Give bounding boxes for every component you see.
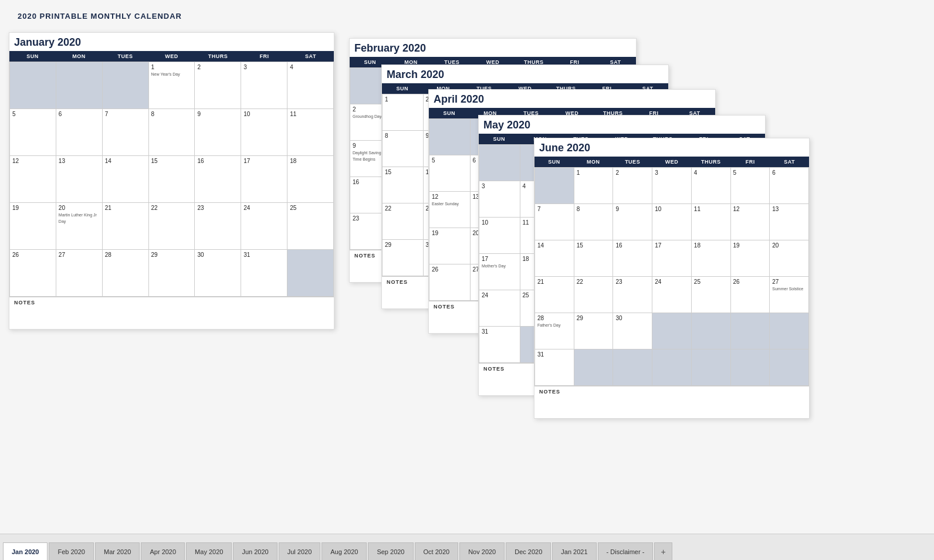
cal-cell: 7 <box>535 204 574 240</box>
cal-cell: 9 <box>195 109 241 156</box>
cal-cell <box>731 349 770 386</box>
calendar-january: January 2020 SUN MON TUES WED THURS FRI … <box>9 32 334 330</box>
june-title: June 2020 <box>534 138 809 157</box>
cal-cell: 2 <box>195 62 241 109</box>
cal-cell <box>770 313 809 349</box>
june-header: SUN MON TUES WED THURS FRI SAT <box>534 157 809 167</box>
cal-cell: 19 <box>731 240 770 277</box>
tab-bar: Jan 2020 Feb 2020 Mar 2020 Apr 2020 May … <box>0 534 934 560</box>
cal-cell: 3 <box>479 181 520 218</box>
cal-cell: 15 <box>574 240 614 277</box>
cal-cell: 6 <box>770 168 809 204</box>
cal-cell <box>10 62 56 109</box>
february-title: February 2020 <box>350 39 636 57</box>
cal-cell: 22 <box>383 203 424 240</box>
cal-cell: 20 <box>770 240 809 277</box>
page-title: 2020 PRINTABLE MONTHLY CALENDAR <box>18 12 916 21</box>
cal-cell: 2 <box>613 168 652 204</box>
cal-cell: 26 <box>10 250 56 297</box>
cal-cell: 17 <box>241 156 287 203</box>
tab-dec-2020[interactable]: Dec 2020 <box>506 542 551 560</box>
cal-cell: 5 <box>731 168 770 204</box>
tab-mar-2020[interactable]: Mar 2020 <box>95 542 140 560</box>
cal-cell <box>535 168 574 204</box>
cal-cell <box>692 349 731 386</box>
tab-feb-2020[interactable]: Feb 2020 <box>49 542 93 560</box>
cal-cell: 15 <box>383 167 424 203</box>
cal-cell: 14 <box>535 240 574 277</box>
cal-cell: 10 <box>652 204 692 240</box>
main-content: 2020 PRINTABLE MONTHLY CALENDAR January … <box>0 0 934 534</box>
tab-jan-2020[interactable]: Jan 2020 <box>3 542 48 560</box>
cal-cell: 27Summer Solstice <box>770 277 809 313</box>
cal-cell: 1 <box>383 94 424 131</box>
cal-cell: 12Easter Sunday <box>429 192 471 228</box>
tab-oct-2020[interactable]: Oct 2020 <box>415 542 459 560</box>
tab-apr-2020[interactable]: Apr 2020 <box>141 542 185 560</box>
cal-cell <box>652 349 692 386</box>
cal-cell: 1New Year's Day <box>149 62 195 109</box>
tab-jun-2020[interactable]: Jun 2020 <box>233 542 277 560</box>
tab-may-2020[interactable]: May 2020 <box>186 542 232 560</box>
cal-cell: 16 <box>195 156 241 203</box>
cal-cell: 17 <box>652 240 692 277</box>
january-header: SUN MON TUES WED THURS FRI SAT <box>9 51 334 62</box>
tab-jul-2020[interactable]: Jul 2020 <box>279 542 321 560</box>
jan-wed: WED <box>148 51 195 62</box>
cal-cell: 5 <box>429 155 471 192</box>
cal-cell <box>287 250 334 297</box>
cal-cell: 3 <box>652 168 692 204</box>
jan-sun: SUN <box>9 51 56 62</box>
cal-cell: 20Martin Luther King Jr Day <box>56 203 103 250</box>
cal-cell: 24 <box>652 277 692 313</box>
tab-add-button[interactable]: + <box>654 542 672 560</box>
cal-cell: 19 <box>10 203 56 250</box>
january-title: January 2020 <box>9 33 334 51</box>
jan-sat: SAT <box>287 51 334 62</box>
cal-cell: 8 <box>383 131 424 167</box>
cal-cell: 29 <box>574 313 614 349</box>
cal-cell: 28 <box>103 250 149 297</box>
cal-cell <box>731 313 770 349</box>
cal-cell: 3 <box>241 62 287 109</box>
cal-cell: 23 <box>613 277 652 313</box>
cal-cell: 12 <box>731 204 770 240</box>
jan-fri: FRI <box>241 51 287 62</box>
cal-cell: 21 <box>535 277 574 313</box>
cal-cell: 29 <box>383 240 424 276</box>
cal-cell: 1 <box>574 168 614 204</box>
cal-cell: 30 <box>195 250 241 297</box>
june-notes: NOTES <box>534 386 809 418</box>
cal-cell <box>56 62 103 109</box>
cal-cell: 18 <box>287 156 334 203</box>
june-grid: 1 2 3 4 5 6 7 8 9 10 11 12 13 14 15 16 1… <box>534 167 809 386</box>
cal-cell: 25 <box>287 203 334 250</box>
tab-sep-2020[interactable]: Sep 2020 <box>368 542 413 560</box>
cal-cell: 15 <box>149 156 195 203</box>
march-title: March 2020 <box>382 65 668 83</box>
cal-cell: 30 <box>613 313 652 349</box>
cal-cell: 8 <box>574 204 614 240</box>
cal-cell: 9 <box>613 204 652 240</box>
cal-cell <box>574 349 614 386</box>
cal-cell <box>613 349 652 386</box>
tab-nov-2020[interactable]: Nov 2020 <box>459 542 505 560</box>
cal-cell: 13 <box>770 204 809 240</box>
cal-cell: 31 <box>241 250 287 297</box>
tab-aug-2020[interactable]: Aug 2020 <box>322 542 367 560</box>
cal-cell: 4 <box>692 168 731 204</box>
tab-disclaimer[interactable]: - Disclaimer - <box>598 542 654 560</box>
cal-cell: 31 <box>479 327 520 363</box>
cal-cell: 29 <box>149 250 195 297</box>
cal-cell: 5 <box>10 109 56 156</box>
cal-cell: 4 <box>287 62 334 109</box>
calendar-june: June 2020 SUN MON TUES WED THURS FRI SAT… <box>534 138 810 419</box>
cal-cell: 11 <box>692 204 731 240</box>
january-notes: NOTES <box>9 297 334 329</box>
cal-cell: 24 <box>479 290 520 327</box>
cal-cell: 19 <box>429 228 471 264</box>
cal-cell: 31 <box>535 349 574 386</box>
cal-cell <box>770 349 809 386</box>
cal-cell: 12 <box>10 156 56 203</box>
tab-jan-2021[interactable]: Jan 2021 <box>552 542 596 560</box>
